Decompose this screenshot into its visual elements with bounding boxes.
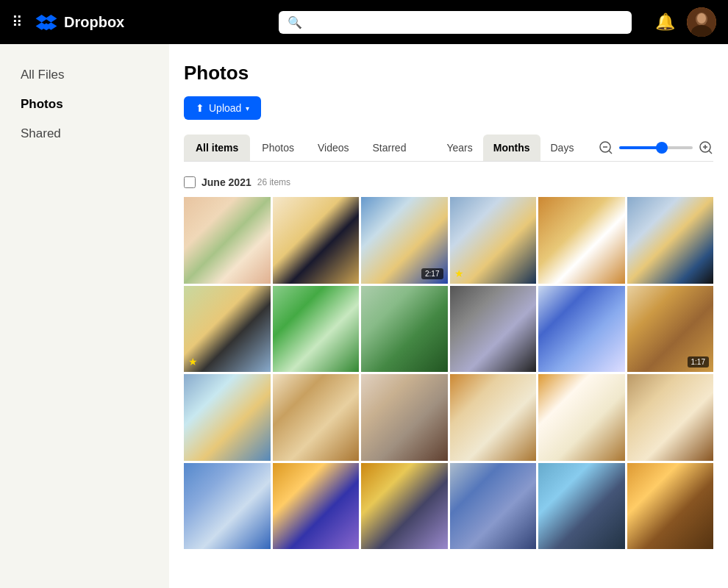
photo-cell-8[interactable] <box>273 286 360 373</box>
photo-cell-21[interactable] <box>361 463 448 550</box>
filter-photos[interactable]: Photos <box>250 135 306 161</box>
topbar: ⠿ Dropbox 🔍 🔔 <box>0 0 728 44</box>
upload-label: Upload <box>209 102 241 114</box>
sidebar-item-shared[interactable]: Shared <box>12 121 157 147</box>
filter-starred[interactable]: Starred <box>361 135 418 161</box>
filter-videos[interactable]: Videos <box>306 135 361 161</box>
zoom-out-button[interactable] <box>599 140 613 155</box>
photo-cell-13[interactable] <box>184 374 271 461</box>
photo-cell-6[interactable] <box>627 197 714 284</box>
photo-cell-1[interactable] <box>184 197 271 284</box>
dropbox-logo-icon <box>35 10 58 34</box>
sidebar-item-photos[interactable]: Photos <box>12 91 157 118</box>
sidebar-item-all-files[interactable]: All Files <box>12 62 157 88</box>
zoom-out-icon <box>599 140 613 155</box>
main-content: Photos ⬆ Upload ▾ All items Photos Video… <box>169 44 728 588</box>
zoom-control <box>599 140 713 155</box>
photo-cell-15[interactable] <box>361 374 448 461</box>
time-months[interactable]: Months <box>483 135 540 161</box>
video-duration-badge-12: 1:17 <box>688 356 709 368</box>
avatar[interactable] <box>687 7 716 37</box>
time-filter-group: Years Months Days <box>436 135 584 161</box>
photo-cell-18[interactable] <box>627 374 714 461</box>
section-title: June 2021 <box>201 176 251 188</box>
photo-cell-4[interactable]: ★ <box>450 197 537 284</box>
section-checkbox-june-2021[interactable] <box>184 176 196 188</box>
zoom-slider[interactable] <box>619 146 693 149</box>
logo-area: Dropbox <box>35 10 124 34</box>
photo-cell-14[interactable] <box>273 374 360 461</box>
page-title: Photos <box>184 62 713 85</box>
upload-button[interactable]: ⬆ Upload ▾ <box>184 96 261 120</box>
photo-cell-3[interactable]: 2:17 <box>361 197 448 284</box>
photo-cell-22[interactable] <box>450 463 537 550</box>
photo-grid: 2:17★★1:17 <box>184 197 713 549</box>
topbar-right: 🔔 <box>655 7 716 37</box>
photo-cell-24[interactable] <box>627 463 714 550</box>
photo-cell-20[interactable] <box>273 463 360 550</box>
zoom-in-icon <box>699 140 713 155</box>
layout: All Files Photos Shared Photos ⬆ Upload … <box>0 0 728 588</box>
notifications-icon[interactable]: 🔔 <box>655 12 675 32</box>
search-input[interactable] <box>308 16 623 28</box>
content-filter-group: All items Photos Videos Starred <box>184 135 418 161</box>
app-name: Dropbox <box>64 14 124 31</box>
photo-cell-5[interactable] <box>538 197 625 284</box>
photo-cell-11[interactable] <box>538 286 625 373</box>
search-bar[interactable]: 🔍 <box>279 11 632 34</box>
filter-bar: All items Photos Videos Starred Years Mo… <box>184 135 713 162</box>
search-icon: 🔍 <box>288 15 302 29</box>
photo-cell-10[interactable] <box>450 286 537 373</box>
photo-cell-19[interactable] <box>184 463 271 550</box>
filter-all-items[interactable]: All items <box>184 135 250 161</box>
photo-cell-12[interactable]: 1:17 <box>627 286 714 373</box>
photo-cell-23[interactable] <box>538 463 625 550</box>
photo-cell-7[interactable]: ★ <box>184 286 271 373</box>
time-days[interactable]: Days <box>540 135 585 161</box>
photo-cell-16[interactable] <box>450 374 537 461</box>
apps-grid-icon[interactable]: ⠿ <box>12 13 23 31</box>
star-badge-7: ★ <box>188 356 198 368</box>
svg-line-6 <box>609 151 612 154</box>
svg-line-10 <box>709 151 712 154</box>
zoom-in-button[interactable] <box>699 140 713 155</box>
photo-cell-9[interactable] <box>361 286 448 373</box>
avatar-image <box>687 7 716 37</box>
photo-cell-2[interactable] <box>273 197 360 284</box>
section-header-june-2021: June 2021 26 items <box>184 176 713 188</box>
photo-cell-17[interactable] <box>538 374 625 461</box>
upload-icon: ⬆ <box>196 102 204 114</box>
sidebar: All Files Photos Shared <box>0 44 169 588</box>
svg-point-3 <box>697 13 706 24</box>
section-count: 26 items <box>257 177 290 187</box>
star-badge-4: ★ <box>454 268 464 279</box>
upload-chevron-icon: ▾ <box>246 104 249 112</box>
time-years[interactable]: Years <box>436 135 482 161</box>
video-duration-badge-3: 2:17 <box>421 268 443 279</box>
